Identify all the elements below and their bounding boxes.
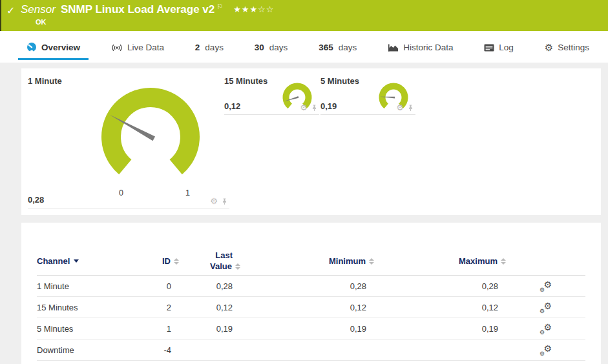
status-badge: OK xyxy=(36,18,47,26)
channel-last-value: 0,19 xyxy=(171,324,233,334)
column-header-id[interactable]: ID xyxy=(150,256,171,266)
tab-label: Log xyxy=(499,43,514,52)
channel-id: -4 xyxy=(150,345,171,355)
log-list-icon xyxy=(484,44,494,52)
table-row[interactable]: Downtime -4 ⚙⚙ xyxy=(37,339,585,361)
gauge-value: 0,19 xyxy=(320,101,337,111)
tab-live-data[interactable]: Live Data xyxy=(103,43,173,60)
channel-name: 1 Minute xyxy=(37,281,150,291)
tab-bar: Overview Live Data 2 days 30 days 365 da… xyxy=(0,31,608,63)
channel-minimum: 0,19 xyxy=(233,324,366,334)
object-kind-label: Sensor xyxy=(21,3,56,16)
gauge-value: 0,12 xyxy=(224,101,240,111)
column-header-last-value[interactable]: Last Value xyxy=(171,250,233,272)
gauge-settings-gear-icon[interactable]: ⚙ xyxy=(300,103,308,112)
gauge-scale-max: 1 xyxy=(185,188,190,197)
live-data-icon xyxy=(111,43,123,52)
tab-label: Overview xyxy=(41,43,80,52)
tab-365-days[interactable]: 365 days xyxy=(310,43,365,60)
channels-table-panel: Channel ID Last Value Minimum xyxy=(21,223,601,364)
channel-id: 1 xyxy=(150,324,171,334)
channel-id: 2 xyxy=(150,303,171,312)
channel-minimum: 0,12 xyxy=(233,303,366,312)
channel-name: 5 Minutes xyxy=(37,324,150,334)
channel-name: Downtime xyxy=(37,345,150,355)
tab-historic-data[interactable]: Historic Data xyxy=(379,43,461,60)
channel-settings-gears-icon[interactable]: ⚙⚙ xyxy=(540,345,552,356)
gauge-title: 15 Minutes xyxy=(224,76,267,86)
flag-icon[interactable]: ⚐ xyxy=(216,3,223,11)
gear-icon: ⚙ xyxy=(545,43,553,52)
gauge-block-15-minutes: 15 Minutes 0,12 ⚙ xyxy=(224,76,319,115)
channel-settings-gears-icon[interactable]: ⚙⚙ xyxy=(540,281,552,292)
pin-icon[interactable] xyxy=(221,197,228,205)
channel-maximum: 0,19 xyxy=(366,324,498,334)
sensor-header-bar: ✓ Sensor SNMP Linux Load Average v2 ⚐ ★★… xyxy=(0,0,608,31)
channel-maximum: 0,28 xyxy=(366,281,498,291)
gauge-settings-gear-icon[interactable]: ⚙ xyxy=(210,197,218,205)
tab-2-days[interactable]: 2 days xyxy=(187,43,232,60)
channels-table: Channel ID Last Value Minimum xyxy=(37,223,585,361)
pin-icon[interactable] xyxy=(407,104,414,112)
tab-label: Settings xyxy=(558,43,589,52)
channel-minimum: 0,28 xyxy=(233,281,366,291)
tab-label: Live Data xyxy=(127,43,164,52)
gauge-scale-min: 0 xyxy=(119,188,123,197)
gauge-settings-gear-icon[interactable]: ⚙ xyxy=(396,103,404,112)
gauges-panel: 1 Minute 0 1 0,28 ⚙ 15 Minutes 0, xyxy=(21,68,601,215)
column-header-maximum[interactable]: Maximum xyxy=(366,256,498,266)
pin-icon[interactable] xyxy=(311,104,318,112)
gauge-chart-1-minute xyxy=(96,80,205,190)
channel-last-value: 0,12 xyxy=(171,303,233,312)
channel-id: 0 xyxy=(150,281,171,291)
priority-stars[interactable]: ★★★☆☆ xyxy=(233,5,274,14)
table-row[interactable]: 1 Minute 0 0,28 0,28 0,28 ⚙⚙ xyxy=(37,276,585,297)
tab-label-number: 365 xyxy=(319,43,333,52)
tab-30-days[interactable]: 30 days xyxy=(246,43,297,60)
table-header-row: Channel ID Last Value Minimum xyxy=(37,247,585,276)
channel-name: 15 Minutes xyxy=(37,303,150,312)
tab-overview[interactable]: Overview xyxy=(18,42,89,60)
gauge-title: 5 Minutes xyxy=(320,76,359,86)
gauge-block-5-minutes: 5 Minutes 0,19 ⚙ xyxy=(320,76,415,115)
tab-label: Historic Data xyxy=(403,43,453,52)
tab-label-number: 2 xyxy=(195,43,200,52)
channel-settings-gears-icon[interactable]: ⚙⚙ xyxy=(540,323,552,334)
gauge-icon xyxy=(26,42,37,52)
content-area: 1 Minute 0 1 0,28 ⚙ 15 Minutes 0, xyxy=(0,63,608,364)
tab-log[interactable]: Log xyxy=(476,43,522,60)
sensor-title: SNMP Linux Load Average v2 xyxy=(61,3,215,16)
tab-label: days xyxy=(269,43,288,52)
tab-label-number: 30 xyxy=(255,43,264,52)
column-header-channel[interactable]: Channel xyxy=(37,256,150,266)
channel-maximum: 0,12 xyxy=(366,303,498,312)
area-chart-icon xyxy=(388,43,399,52)
sort-desc-icon xyxy=(74,259,79,263)
tab-label: days xyxy=(205,43,224,52)
gauge-value: 0,28 xyxy=(28,195,44,205)
table-row[interactable]: 5 Minutes 1 0,19 0,19 0,19 ⚙⚙ xyxy=(37,318,585,339)
tab-label: days xyxy=(339,43,357,52)
column-header-minimum[interactable]: Minimum xyxy=(233,256,366,266)
table-row[interactable]: 15 Minutes 2 0,12 0,12 0,12 ⚙⚙ xyxy=(37,297,585,318)
sort-icon xyxy=(501,258,506,265)
channel-settings-gears-icon[interactable]: ⚙⚙ xyxy=(540,302,552,313)
channel-last-value: 0,28 xyxy=(171,281,233,291)
gauge-block-1-minute: 1 Minute 0 1 0,28 ⚙ xyxy=(28,76,229,208)
tab-settings[interactable]: ⚙ Settings xyxy=(536,43,598,60)
status-ok-check-icon: ✓ xyxy=(6,5,15,17)
gauge-title: 1 Minute xyxy=(28,76,62,86)
